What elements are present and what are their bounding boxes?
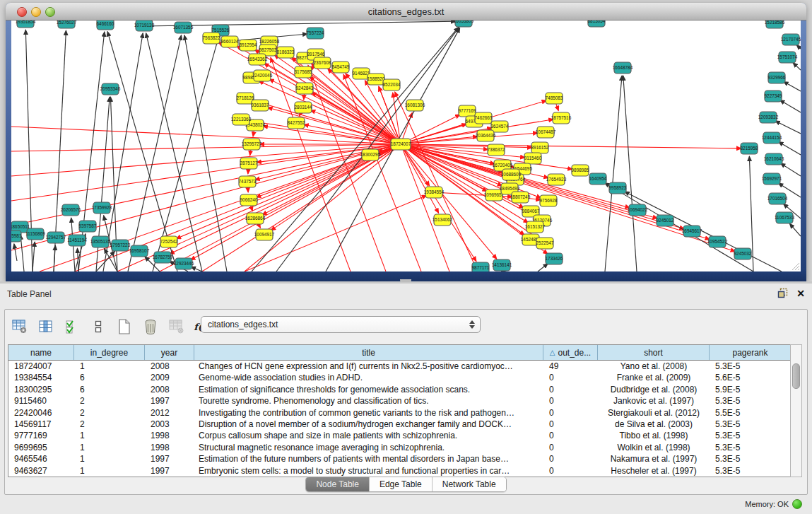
close-panel-button[interactable]: ✕	[796, 288, 805, 298]
graph-node[interactable]: 2367608	[314, 57, 331, 69]
delete-column-button[interactable]	[141, 317, 160, 336]
unselect-all-button[interactable]	[89, 317, 107, 336]
new-table-button[interactable]	[115, 317, 134, 336]
graph-node[interactable]: 2803144	[295, 102, 312, 113]
graph-node[interactable]: 9397587	[79, 221, 97, 232]
column-header-name[interactable]: name	[8, 345, 74, 360]
graph-node[interactable]: 7252542	[160, 236, 178, 247]
table-row[interactable]: 911546021997Tourette syndrome. Phenomeno…	[8, 395, 791, 407]
table-settings-button[interactable]	[11, 317, 29, 336]
graph-node[interactable]: 16053809	[454, 21, 474, 27]
graph-node[interactable]: 20364436	[476, 130, 496, 141]
graph-node[interactable]: 22420046	[252, 70, 273, 81]
graph-node[interactable]: 3915981	[11, 230, 22, 242]
graph-node[interactable]: 16286864	[245, 213, 266, 224]
graph-node[interactable]: 7462663	[475, 112, 493, 124]
table-select[interactable]: citations_edges.txt	[201, 316, 481, 333]
select-columns-button[interactable]	[37, 317, 55, 336]
graph-node[interactable]: 12444154	[762, 132, 782, 144]
table-row[interactable]: 1830029562008Estimation of significance …	[8, 384, 791, 395]
select-all-button[interactable]	[63, 317, 81, 336]
graph-node[interactable]: 2522547	[536, 238, 554, 249]
delete-table-button[interactable]	[167, 317, 186, 336]
graph-node[interactable]: 18807249	[510, 192, 531, 203]
graph-node[interactable]: 8454749	[332, 62, 350, 73]
graph-node[interactable]: 18757516	[551, 112, 572, 124]
table-row[interactable]: 1938455462009Genome-wide association stu…	[8, 372, 791, 383]
column-header-title[interactable]: title	[194, 345, 543, 360]
tab-node-table[interactable]: Node Table	[306, 477, 370, 491]
graph-node[interactable]: 12213363	[231, 114, 252, 125]
graph-node[interactable]: 8813054	[588, 21, 606, 27]
graph-node[interactable]: 15218586	[765, 21, 785, 28]
graph-node[interactable]: 10719138	[134, 21, 155, 31]
table-row[interactable]: 946554611997Estimation of the future num…	[8, 453, 791, 465]
graph-node[interactable]: 16945617	[682, 226, 702, 237]
network-window-titlebar[interactable]: citations_edges.txt	[6, 3, 806, 21]
divider-handle[interactable]	[400, 279, 411, 282]
graph-node[interactable]: 16648784	[613, 62, 633, 74]
table-row[interactable]: 1456911722003Disruption of a novel membe…	[8, 419, 791, 430]
graph-node[interactable]: 7563822	[203, 33, 220, 44]
graph-node[interactable]: 12923446	[174, 258, 194, 269]
float-panel-button[interactable]	[777, 288, 788, 298]
graph-node[interactable]: 8186323	[277, 47, 295, 58]
graph-node[interactable]: 9777169	[459, 105, 476, 117]
graph-node[interactable]: 9115460	[524, 153, 542, 164]
column-header-in-degree[interactable]: in_degree	[74, 345, 145, 360]
resize-grip-icon[interactable]	[790, 261, 800, 271]
table-row[interactable]: 2242004622012Investigating the contribut…	[8, 407, 791, 419]
graph-node[interactable]: 9245012	[657, 215, 674, 226]
graph-node[interactable]: 9361837	[252, 100, 269, 111]
graph-node[interactable]: 10954522	[707, 236, 728, 247]
graph-node[interactable]: 18724007	[391, 139, 411, 150]
table-row[interactable]: 977716911998Corpus callosum shape and si…	[8, 430, 791, 441]
graph-node[interactable]: 15134062	[433, 214, 453, 226]
graph-node[interactable]: 16958107	[129, 245, 150, 257]
close-window-button[interactable]	[17, 7, 27, 17]
graph-node[interactable]: 15276027	[57, 21, 77, 28]
graph-node[interactable]: 9756928	[540, 195, 558, 206]
graph-node[interactable]: 16071355	[173, 22, 194, 33]
graph-node[interactable]: 10674487	[536, 127, 556, 138]
graph-node[interactable]: 14136141	[492, 259, 512, 271]
graph-node[interactable]: 15692971	[762, 173, 782, 185]
graph-node[interactable]: 11156869	[25, 228, 45, 240]
graph-node[interactable]: 9242843	[296, 83, 314, 94]
graph-node[interactable]: 13295727	[242, 139, 262, 150]
graph-node[interactable]: 16151327	[525, 221, 546, 233]
graph-node[interactable]: 9066240	[240, 194, 258, 206]
table-scrollbar[interactable]	[790, 344, 802, 477]
graph-node[interactable]: 9958923	[609, 182, 627, 194]
minimize-window-button[interactable]	[31, 7, 41, 17]
table-row[interactable]: 969969511998Structural magnetic resonanc…	[8, 442, 791, 453]
graph-node[interactable]: 19384554	[424, 187, 445, 198]
graph-node[interactable]: 15751074	[777, 52, 798, 63]
table-row[interactable]: 946362711997Embryonic stem cells: a mode…	[8, 465, 791, 477]
column-header-short[interactable]: short	[598, 345, 710, 360]
zoom-window-button[interactable]	[45, 7, 55, 17]
graph-node[interactable]: 13505135	[90, 236, 111, 247]
column-header-pagerank[interactable]: pagerank	[710, 345, 791, 360]
graph-node[interactable]: 11067533	[775, 212, 794, 223]
graph-node[interactable]: 9877171	[472, 262, 490, 271]
graph-node[interactable]: 16782759	[153, 252, 173, 263]
graph-node[interactable]: 17654923	[546, 174, 567, 185]
graph-node[interactable]: 3175685	[295, 66, 312, 78]
graph-node[interactable]: 18300295	[360, 149, 381, 160]
graph-node[interactable]: 17016504	[767, 193, 788, 204]
graph-node[interactable]: 8522034	[383, 79, 401, 90]
graph-node[interactable]: 8660124	[221, 36, 239, 47]
graph-node[interactable]: 11451194	[67, 235, 87, 246]
graph-node[interactable]: 6466160	[97, 21, 114, 30]
tab-edge-table[interactable]: Edge Table	[370, 477, 433, 491]
graph-node[interactable]: 16543362	[247, 54, 268, 65]
column-header-out-degree[interactable]: △ out_de...	[543, 345, 598, 360]
graph-node[interactable]: 9898985	[572, 165, 589, 176]
graph-node[interactable]: 3624574	[491, 121, 509, 132]
graph-node[interactable]: 12170745	[781, 34, 801, 45]
graph-node[interactable]: 10094917	[254, 229, 275, 240]
scrollbar-thumb[interactable]	[792, 363, 800, 389]
graph-node[interactable]: 1640954	[589, 173, 607, 185]
memory-ok-icon[interactable]	[792, 499, 802, 509]
